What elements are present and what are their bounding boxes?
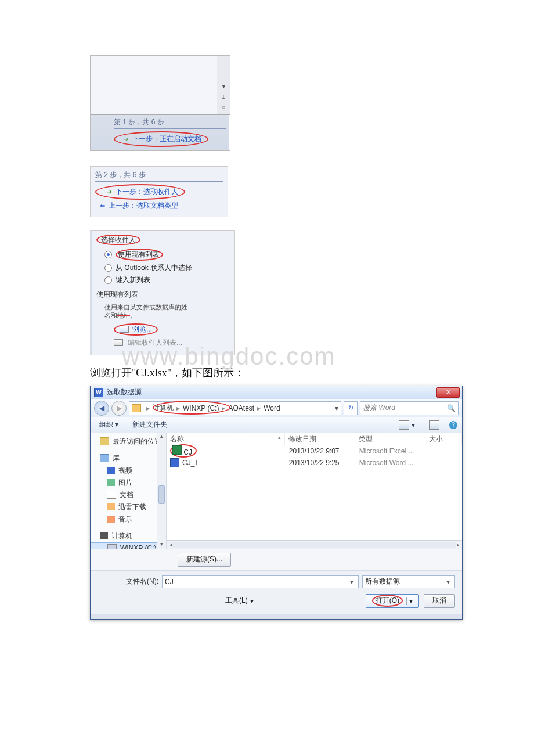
dialog-footer: 文件名(N): CJ ▾ 所有数据源 ▾ 工具(L)▾ 打开(O) — [91, 571, 462, 614]
scroll-down-icon: ▾ — [219, 82, 228, 91]
nav-libraries[interactable]: 库 — [91, 452, 166, 465]
browse-text: 浏览... — [132, 325, 152, 334]
nav-videos[interactable]: 视频 — [91, 465, 166, 477]
arrow-right-icon: ➔ — [123, 135, 128, 143]
nav-scrollbar[interactable]: ▴ ▾ — [157, 433, 166, 549]
document-blank-area — [91, 56, 217, 114]
nav-recent[interactable]: 最近访问的位置 — [91, 435, 166, 448]
word-file-icon — [170, 458, 179, 467]
radio-type-new-list[interactable]: 键入新列表 — [96, 274, 230, 286]
mailmerge-panel-step1: ▾ ± ○ 第 1 步，共 6 步 ➔ 下一步：正在启动文档 — [90, 55, 230, 151]
arrow-left-icon: ⬅ — [100, 202, 105, 210]
radio-use-existing-list[interactable]: 使用现有列表 — [96, 247, 230, 262]
browse-icon — [120, 326, 129, 333]
help-button[interactable]: ? — [449, 421, 457, 429]
section-title: 使用现有列表 — [96, 290, 230, 300]
navigation-pane: 最近访问的位置 库 视频 图片 文档 迅雷下载 音乐 计算机 WINXP (C:… — [91, 433, 167, 549]
file-date: 2013/10/22 9:07 — [286, 447, 356, 455]
file-name: CJ — [183, 448, 192, 456]
arrow-right-icon: ➔ — [107, 188, 112, 196]
radio-outlook-contacts[interactable]: 从 Outlook 联系人中选择 — [96, 262, 230, 274]
col-type[interactable]: 类型 — [355, 433, 425, 445]
step-progress-label: 第 2 步，共 6 步 — [95, 170, 223, 182]
edit-list-text: 编辑收件人列表... — [128, 338, 182, 348]
organize-button[interactable]: 组织 ▾ — [95, 419, 122, 431]
view-mode-button[interactable]: ▾ — [395, 419, 419, 431]
nav-computer[interactable]: 计算机 — [91, 530, 166, 542]
new-folder-button[interactable]: 新建文件夹 — [128, 419, 171, 431]
col-date[interactable]: 修改日期 — [285, 433, 355, 445]
browse-link[interactable]: 浏览... — [96, 322, 230, 337]
crumb-drive[interactable]: WINXP (C:) — [183, 404, 219, 412]
search-placeholder: 搜索 Word — [363, 403, 395, 413]
file-row[interactable]: CJ 2013/10/22 9:07 Microsoft Excel ... — [167, 445, 462, 457]
nav-thunder[interactable]: 迅雷下载 — [91, 501, 166, 513]
library-icon — [100, 454, 109, 462]
next-step-link[interactable]: ➔ 下一步：选取收件人 — [102, 186, 178, 198]
section-title: 选择收件人 — [96, 235, 230, 245]
crumb-folder[interactable]: Word — [264, 404, 280, 412]
filter-value: 所有数据源 — [365, 577, 400, 586]
horizontal-scrollbar[interactable]: ◂ ▸ — [167, 540, 462, 549]
crumb-computer[interactable]: 计算机 — [153, 403, 174, 413]
prev-step-text: 上一步：选取文档类型 — [109, 201, 178, 211]
excel-file-icon — [172, 445, 182, 455]
col-size[interactable]: 大小 — [425, 433, 462, 445]
refresh-button[interactable]: ↻ — [344, 401, 358, 415]
scrollbar-vertical[interactable]: ▾ ± ○ — [217, 56, 230, 114]
address-breadcrumb[interactable]: ▸ 计算机 ▸ WINXP (C:) ▸ AOAtest ▸ Word ▾ — [129, 401, 341, 415]
prev-step-link[interactable]: ⬅ 上一步：选取文档类型 — [95, 200, 223, 212]
crumb-folder[interactable]: AOAtest — [228, 404, 254, 412]
tools-dropdown[interactable]: 工具(L)▾ — [98, 596, 254, 606]
breadcrumb-dropdown-icon[interactable]: ▾ — [335, 404, 338, 412]
nav-documents[interactable]: 文档 — [91, 489, 166, 501]
annotation-highlight: ➔ 下一步：选取收件人 — [95, 184, 185, 200]
dialog-titlebar: W 选取数据源 ✕ — [91, 386, 462, 399]
annotation-highlight: ➔ 下一步：正在启动文档 — [114, 131, 208, 147]
file-list-pane: 名称 ▴ 修改日期 类型 大小 CJ 2013/10/22 9:07 Micro… — [167, 433, 462, 549]
pictures-icon — [107, 479, 115, 486]
next-step-link[interactable]: ➔ 下一步：正在启动文档 — [121, 133, 201, 145]
radio-label: 键入新列表 — [116, 275, 150, 285]
radio-label: 使用现有列表 — [116, 249, 163, 261]
mailmerge-select-recipients: 选择收件人 使用现有列表 从 Outlook 联系人中选择 键入新列表 使用现有… — [90, 230, 235, 355]
file-filter-select[interactable]: 所有数据源 ▾ — [362, 575, 455, 588]
filename-label: 文件名(N): — [98, 577, 158, 586]
filename-dropdown-icon[interactable]: ▾ — [348, 578, 356, 586]
file-date: 2013/10/22 9:25 — [286, 459, 356, 467]
filename-input[interactable]: CJ ▾ — [162, 575, 359, 588]
edit-recipient-list-link[interactable]: 编辑收件人列表... — [96, 337, 230, 349]
close-button[interactable]: ✕ — [436, 387, 460, 398]
open-button[interactable]: 打开(O) ▾ — [366, 594, 419, 608]
nav-music[interactable]: 音乐 — [91, 513, 166, 525]
filename-value: CJ — [165, 578, 174, 586]
col-name[interactable]: 名称 ▴ — [167, 433, 285, 445]
cancel-button[interactable]: 取消 — [424, 594, 455, 608]
back-button[interactable]: ◀ — [94, 401, 109, 416]
annotation-highlight: 打开(O) — [372, 595, 403, 607]
next-step-text: 下一步：正在启动文档 — [132, 134, 201, 144]
resize-grip[interactable] — [91, 614, 462, 619]
edit-list-icon — [114, 339, 123, 346]
scroll-down-icon: ▾ — [157, 541, 166, 549]
file-list-header: 名称 ▴ 修改日期 类型 大小 — [167, 433, 462, 445]
new-source-button[interactable]: 新建源(S)... — [178, 553, 231, 567]
search-input[interactable]: 搜索 Word 🔍 — [360, 401, 459, 415]
section-description: 使用来自某文件或数据库的姓名和地址。 — [96, 302, 230, 322]
music-icon — [107, 516, 115, 523]
file-row[interactable]: CJ_T 2013/10/22 9:25 Microsoft Word ... — [167, 457, 462, 469]
nav-pictures[interactable]: 图片 — [91, 477, 166, 489]
preview-pane-button[interactable] — [425, 419, 443, 431]
scroll-thumb[interactable] — [158, 485, 165, 504]
filter-dropdown-icon[interactable]: ▾ — [444, 578, 452, 586]
nav-drive-c[interactable]: WINXP (C:) — [91, 542, 166, 549]
radio-icon — [104, 276, 112, 284]
select-data-source-dialog: W 选取数据源 ✕ ◀ ▶ ▸ 计算机 ▸ WINXP (C:) ▸ AOAte… — [90, 386, 463, 620]
file-type: Microsoft Excel ... — [356, 447, 426, 455]
file-type: Microsoft Word ... — [356, 459, 426, 467]
browse-object-icon: ○ — [219, 103, 228, 111]
radio-icon — [104, 251, 112, 258]
open-split-dropdown[interactable]: ▾ — [406, 597, 413, 605]
annotation-highlight: 浏览... — [114, 323, 158, 336]
forward-button[interactable]: ▶ — [111, 401, 127, 416]
